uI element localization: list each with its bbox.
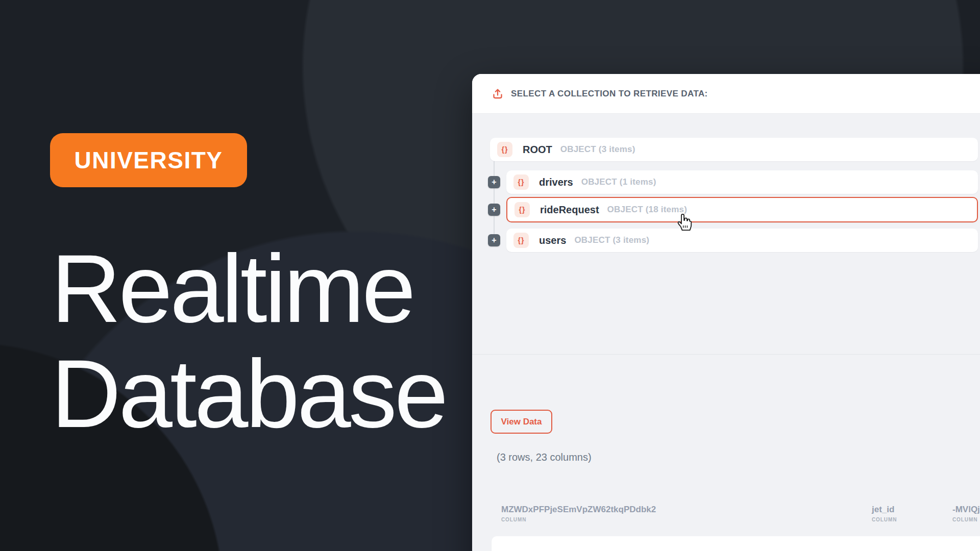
- view-data-button[interactable]: View Data: [491, 410, 552, 434]
- section-divider: [472, 354, 980, 355]
- object-braces-icon: {}: [514, 202, 530, 217]
- object-braces-icon: {}: [497, 142, 512, 157]
- page-title: Realtime Database: [51, 236, 446, 446]
- object-braces-icon: {}: [513, 233, 529, 248]
- university-badge: UNIVERSITY: [50, 133, 247, 187]
- tree-node-users[interactable]: {} users OBJECT (3 items): [506, 229, 978, 252]
- column-tag: COLUMN: [501, 517, 656, 522]
- database-explorer-panel: SELECT A COLLECTION TO RETRIEVE DATA: {}…: [472, 74, 980, 551]
- panel-body: {} ROOT OBJECT (3 items) + + + {} driver…: [472, 114, 980, 551]
- rows-columns-info: (3 rows, 23 columns): [497, 452, 592, 463]
- table-column-header: -MVlQj COLUMN: [952, 505, 980, 522]
- expand-button-riderequest[interactable]: +: [488, 204, 500, 216]
- column-tag: COLUMN: [872, 517, 897, 522]
- expand-button-users[interactable]: +: [488, 234, 500, 246]
- university-badge-label: UNIVERSITY: [74, 146, 223, 174]
- panel-header-label: SELECT A COLLECTION TO RETRIEVE DATA:: [511, 89, 708, 99]
- table-row: {"earnings":"2500000","email":"abhishekb…: [492, 536, 980, 551]
- tree-node-meta: OBJECT (3 items): [560, 144, 635, 155]
- table-column-header: MZWDxPFPjeSEmVpZW62tkqPDdbk2 COLUMN: [501, 505, 656, 522]
- expand-button-drivers[interactable]: +: [488, 176, 500, 188]
- tree-node-meta: OBJECT (1 items): [581, 177, 656, 187]
- object-braces-icon: {}: [513, 174, 529, 190]
- table-column-header: jet_id COLUMN: [872, 505, 897, 522]
- tree-node-riderequest-selected[interactable]: {} rideRequest OBJECT (18 items): [506, 197, 978, 222]
- upload-icon: [492, 88, 504, 100]
- tree-node-root[interactable]: {} ROOT OBJECT (3 items): [490, 138, 978, 161]
- hand-cursor-icon: [675, 212, 694, 234]
- panel-header: SELECT A COLLECTION TO RETRIEVE DATA:: [472, 74, 980, 114]
- page-title-line1: Realtime: [51, 236, 446, 341]
- column-tag: COLUMN: [952, 517, 980, 522]
- tree-node-meta: OBJECT (3 items): [574, 235, 649, 245]
- tree-node-name: ROOT: [523, 144, 552, 156]
- table-header: MZWDxPFPjeSEmVpZW62tkqPDdbk2 COLUMN jet_…: [472, 505, 980, 529]
- tree-node-name: users: [539, 235, 566, 246]
- tree-node-name: drivers: [539, 177, 573, 188]
- page-title-line2: Database: [51, 341, 446, 446]
- tree-node-name: rideRequest: [540, 204, 599, 216]
- tree-node-drivers[interactable]: {} drivers OBJECT (1 items): [506, 170, 978, 194]
